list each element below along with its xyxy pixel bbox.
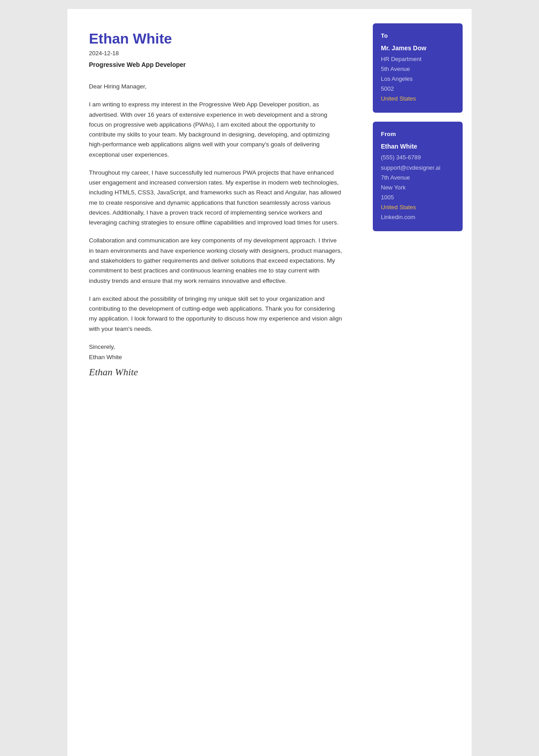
closing-name: Ethan White — [89, 352, 342, 363]
to-department: HR Department — [381, 54, 455, 64]
to-card: To Mr. James Dow HR Department 5th Avenu… — [373, 23, 463, 113]
signature: Ethan White — [89, 366, 342, 378]
paragraph-3: Collaboration and communication are key … — [89, 236, 342, 286]
from-phone: (555) 345-6789 — [381, 153, 455, 163]
to-recipient-name: Mr. James Dow — [381, 44, 455, 52]
closing-text: Sincerely, — [89, 342, 342, 352]
from-website: Linkedin.com — [381, 212, 455, 222]
to-street: 5th Avenue — [381, 64, 455, 74]
from-sender-name: Ethan White — [381, 143, 455, 150]
from-section-title: From — [381, 131, 455, 137]
from-zip: 1005 — [381, 193, 455, 202]
paragraph-1: I am writing to express my interest in t… — [89, 100, 342, 160]
right-column: To Mr. James Dow HR Department 5th Avenu… — [364, 9, 472, 756]
to-country: United States — [381, 94, 455, 104]
page: Ethan White 2024-12-18 Progressive Web A… — [67, 9, 472, 756]
from-email: support@cvdesigner.ai — [381, 163, 455, 173]
date: 2024-12-18 — [89, 50, 342, 57]
paragraph-2: Throughout my career, I have successfull… — [89, 168, 342, 228]
to-city: Los Angeles — [381, 74, 455, 84]
sender-name: Ethan White — [89, 31, 342, 47]
letter-body: Dear Hiring Manager, I am writing to exp… — [89, 82, 342, 334]
job-title: Progressive Web App Developer — [89, 61, 342, 68]
from-street: 7th Avenue — [381, 173, 455, 183]
paragraph-4: I am excited about the possibility of br… — [89, 294, 342, 334]
left-column: Ethan White 2024-12-18 Progressive Web A… — [67, 9, 364, 756]
from-city: New York — [381, 183, 455, 193]
to-section-title: To — [381, 32, 455, 39]
from-card: From Ethan White (555) 345-6789 support@… — [373, 122, 463, 231]
from-country: United States — [381, 202, 455, 212]
to-zip: 5002 — [381, 84, 455, 94]
closing-block: Sincerely, Ethan White — [89, 342, 342, 363]
greeting: Dear Hiring Manager, — [89, 82, 342, 92]
